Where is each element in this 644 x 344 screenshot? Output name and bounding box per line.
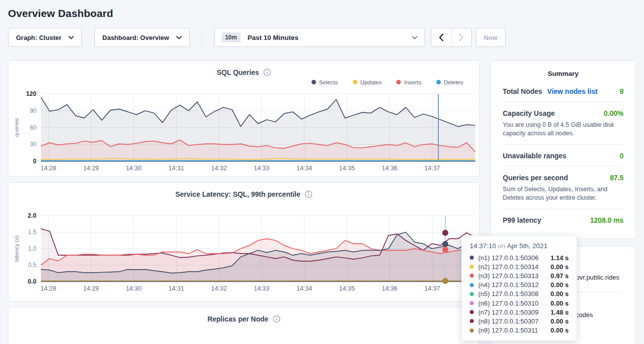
node-address: (n5) 127.0.0.1:50308 xyxy=(478,290,539,298)
svg-text:latency (s): latency (s) xyxy=(13,235,19,262)
capacity-usage-label: Capacity Usage xyxy=(503,109,555,117)
node-color-dot xyxy=(470,283,474,287)
svg-text:14:29: 14:29 xyxy=(83,285,99,292)
summary-row-qps: Queries per second 87.5 Sum of Selects, … xyxy=(503,166,624,209)
node-color-dot xyxy=(470,301,474,305)
svg-text:14:33: 14:33 xyxy=(254,285,269,292)
svg-text:14:34: 14:34 xyxy=(297,285,312,292)
time-step-buttons xyxy=(431,28,472,47)
unavailable-ranges-label: Unavailable ranges xyxy=(503,152,567,160)
node-latency-value: 0.00 s xyxy=(551,281,569,289)
qps-label: Queries per second xyxy=(503,174,568,182)
chevron-right-icon xyxy=(459,33,464,41)
summary-row-total-nodes: Total Nodes View nodes list 9 xyxy=(503,80,624,102)
service-latency-chart[interactable]: 0.00.51.01.52.014:2814:2914:3014:3114:32… xyxy=(8,199,479,301)
svg-text:14:36: 14:36 xyxy=(382,165,397,172)
sql-queries-chart[interactable]: 030609012014:2814:2914:3014:3114:3214:33… xyxy=(8,87,479,176)
svg-text:1.0: 1.0 xyxy=(28,245,36,252)
replicas-per-node-card: Replicas per Node xyxy=(8,307,480,344)
legend-label: Updates xyxy=(360,79,382,85)
page-title: Overview Dashboard xyxy=(8,7,636,19)
chart-title: SQL Queries xyxy=(217,68,259,76)
svg-text:14:32: 14:32 xyxy=(211,285,227,292)
info-icon[interactable] xyxy=(273,315,281,323)
sql-queries-card: SQL Queries SelectsUpdatesInsertsDeletes… xyxy=(8,60,480,177)
tooltip-node-row: (n8) 127.0.0.1:503070.00 s xyxy=(470,317,569,326)
svg-text:14:30: 14:30 xyxy=(126,285,141,292)
time-range-badge: 10m xyxy=(222,32,241,42)
tooltip-node-row: (n9) 127.0.0.1:503110.00 s xyxy=(470,326,569,335)
node-latency-value: 1.48 s xyxy=(551,309,569,316)
legend-color-dot xyxy=(396,80,401,84)
legend-item-inserts: Inserts xyxy=(396,79,421,85)
node-color-dot xyxy=(470,256,474,260)
svg-text:queries: queries xyxy=(13,118,19,137)
chart-legend: SelectsUpdatesInsertsDeletes xyxy=(8,77,479,87)
controls-divider xyxy=(202,27,202,47)
now-button[interactable]: Now xyxy=(476,28,506,47)
charts-column: SQL Queries SelectsUpdatesInsertsDeletes… xyxy=(8,60,480,344)
svg-text:14:31: 14:31 xyxy=(169,285,184,292)
summary-row-p99: P99 latency 1208.0 ms xyxy=(503,209,624,231)
svg-text:14:31: 14:31 xyxy=(169,165,184,172)
graph-scope-label: Graph: Cluster xyxy=(16,34,61,41)
svg-text:14:33: 14:33 xyxy=(254,165,269,172)
time-forward-button[interactable] xyxy=(451,28,471,46)
total-nodes-label: Total Nodes xyxy=(503,87,542,95)
svg-text:14:30: 14:30 xyxy=(126,165,141,172)
tooltip-node-row: (n6) 127.0.0.1:503100.00 s xyxy=(470,299,569,308)
time-back-button[interactable] xyxy=(431,28,451,46)
tooltip-node-row: (n4) 127.0.0.1:503120.00 s xyxy=(470,281,569,290)
legend-item-deletes: Deletes xyxy=(436,79,463,85)
legend-color-dot xyxy=(312,80,316,84)
summary-row-capacity: Capacity Usage 0.00% You are using 0 B o… xyxy=(503,102,624,144)
node-latency-value: 0.00 s xyxy=(551,300,569,307)
node-color-dot xyxy=(470,329,474,333)
legend-label: Selects xyxy=(319,79,338,85)
legend-color-dot xyxy=(353,80,357,84)
service-latency-card: Service Latency: SQL, 99th percentile 0.… xyxy=(8,182,480,302)
p99-latency-label: P99 latency xyxy=(503,216,541,224)
svg-text:14:28: 14:28 xyxy=(40,165,56,172)
dashboard-type-label: Dashboard: Overview xyxy=(102,34,169,41)
svg-text:30: 30 xyxy=(30,141,37,148)
chevron-down-icon xyxy=(176,36,182,39)
view-nodes-list-link[interactable]: View nodes list xyxy=(547,87,598,95)
node-address: (n8) 127.0.0.1:50307 xyxy=(478,318,539,325)
svg-text:14:36: 14:36 xyxy=(382,285,397,292)
svg-text:14:37: 14:37 xyxy=(424,165,440,172)
svg-text:14:37: 14:37 xyxy=(424,285,440,292)
chart-hover-tooltip: 14:37:10 on Apr 5th, 2021 (n1) 127.0.0.1… xyxy=(461,235,577,341)
node-latency-value: 0.00 s xyxy=(551,327,569,334)
summary-title: Summary xyxy=(491,61,636,80)
time-range-label: Past 10 Minutes xyxy=(248,34,299,41)
svg-text:14:35: 14:35 xyxy=(339,285,354,292)
svg-text:0.5: 0.5 xyxy=(28,262,36,269)
legend-color-dot xyxy=(436,80,441,84)
svg-text:1.5: 1.5 xyxy=(28,229,36,236)
svg-text:14:35: 14:35 xyxy=(339,165,354,172)
time-range-dropdown[interactable]: 10m Past 10 Minutes xyxy=(214,28,425,47)
node-latency-value: 0.00 s xyxy=(551,263,569,271)
qps-value: 87.5 xyxy=(610,174,624,182)
info-icon[interactable] xyxy=(263,68,271,76)
svg-text:14:29: 14:29 xyxy=(83,165,99,172)
svg-text:14:32: 14:32 xyxy=(211,165,227,172)
svg-text:14:28: 14:28 xyxy=(40,285,56,292)
legend-label: Deletes xyxy=(444,79,463,85)
node-latency-value: 1.14 s xyxy=(551,254,569,262)
chart-title: Service Latency: SQL, 99th percentile xyxy=(175,190,301,198)
node-color-dot xyxy=(470,292,474,296)
dashboard-type-dropdown[interactable]: Dashboard: Overview xyxy=(94,28,190,47)
p99-latency-value: 1208.0 ms xyxy=(590,216,624,224)
legend-item-updates: Updates xyxy=(353,79,382,85)
capacity-usage-desc: You are using 0 B of 4.5 GiB usable disk… xyxy=(503,121,624,138)
node-address: (n7) 127.0.0.1:50309 xyxy=(478,309,539,316)
node-color-dot xyxy=(470,319,474,323)
total-nodes-value: 9 xyxy=(620,87,624,95)
chart-title: Replicas per Node xyxy=(207,315,268,323)
info-icon[interactable] xyxy=(305,190,313,198)
summary-panel: Summary Total Nodes View nodes list 9 Ca… xyxy=(490,60,636,239)
svg-text:0: 0 xyxy=(33,158,36,165)
graph-scope-dropdown[interactable]: Graph: Cluster xyxy=(8,28,82,47)
